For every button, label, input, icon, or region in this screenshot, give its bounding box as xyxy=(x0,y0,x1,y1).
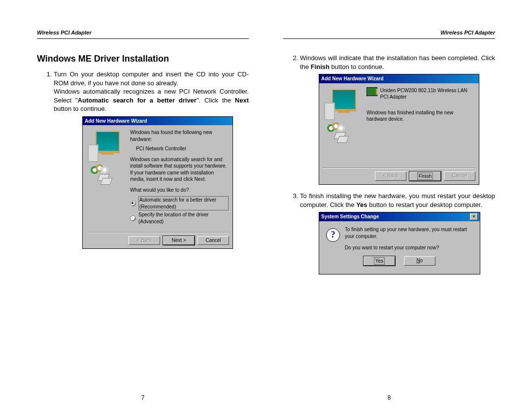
radio-label: Specify the location of the driver (Adva… xyxy=(138,211,229,225)
step-3: To finish installing the new hardware, y… xyxy=(300,192,495,274)
description-text: Windows can automatically search for and… xyxy=(130,156,229,183)
monitor-icon xyxy=(96,131,120,153)
titlebar: Add New Hardware Wizard xyxy=(319,74,479,83)
radio-option-specify[interactable]: Specify the location of the driver (Adva… xyxy=(130,211,229,225)
tower-icon xyxy=(324,103,335,120)
wizard-dialog-1: Add New Hardware Wizard xyxy=(82,116,233,249)
titlebar: Add New Hardware Wizard xyxy=(83,117,233,126)
cancel-button: Cancel xyxy=(444,171,475,181)
prompt-text: What would you like to do? xyxy=(130,187,229,194)
device-name: PCI Network Controller xyxy=(136,145,229,152)
radio-icon xyxy=(130,215,136,221)
finish-button[interactable]: Finish xyxy=(409,171,441,181)
radio-option-auto[interactable]: Automatic search for a better driver (Re… xyxy=(130,196,229,210)
back-button: < Back xyxy=(375,171,406,181)
close-icon[interactable]: × xyxy=(470,213,478,220)
next-button[interactable]: Next > xyxy=(163,236,195,245)
wizard-artwork xyxy=(323,87,363,129)
system-settings-dialog: System Settings Change × ? To finish set… xyxy=(319,212,480,274)
pci-card-icon xyxy=(366,87,377,96)
page-header: Wireless PCI Adapter xyxy=(37,30,249,39)
yes-button[interactable]: Yes xyxy=(364,256,395,266)
radio-label: Automatic search for a better driver (Re… xyxy=(138,196,229,210)
titlebar: System Settings Change × xyxy=(319,212,480,221)
step1-line2: Windows automatically recognizes a new P… xyxy=(54,87,249,113)
back-button: < Back xyxy=(129,236,160,245)
cancel-button[interactable]: Cancel xyxy=(198,236,229,245)
dialog-title: System Settings Change xyxy=(321,213,470,220)
step-2: Windows will indicate that the installat… xyxy=(300,54,495,185)
page-number: 7 xyxy=(37,384,249,401)
question-icon: ? xyxy=(326,228,340,242)
no-button[interactable]: No xyxy=(404,256,435,266)
restart-line2: Do you want to restart your computer now… xyxy=(345,244,475,251)
radio-icon xyxy=(130,201,136,206)
restart-line1: To finish setting up your new hardware, … xyxy=(345,226,475,240)
wizard-artwork xyxy=(87,129,126,226)
step-1: Turn On your desktop computer and insert… xyxy=(54,70,249,249)
dialog-title: Add New Hardware Wizard xyxy=(85,118,231,125)
wizard-dialog-2: Add New Hardware Wizard xyxy=(319,74,479,185)
device-name: Uniden PCW200 802.11b Wireless LAN PCI A… xyxy=(380,87,475,101)
page-number: 8 xyxy=(283,384,495,401)
step1-line1: Turn On your desktop computer and insert… xyxy=(54,70,249,87)
monitor-icon xyxy=(332,89,356,111)
dialog-title: Add New Hardware Wizard xyxy=(321,75,477,82)
found-text: Windows has found the following new hard… xyxy=(130,129,229,142)
page-header: Wireless PCI Adapter xyxy=(283,30,495,39)
finished-text: Windows has finished installing the new … xyxy=(366,109,475,123)
tower-icon xyxy=(88,144,99,162)
section-heading: Windows ME Driver Installation xyxy=(37,54,249,64)
